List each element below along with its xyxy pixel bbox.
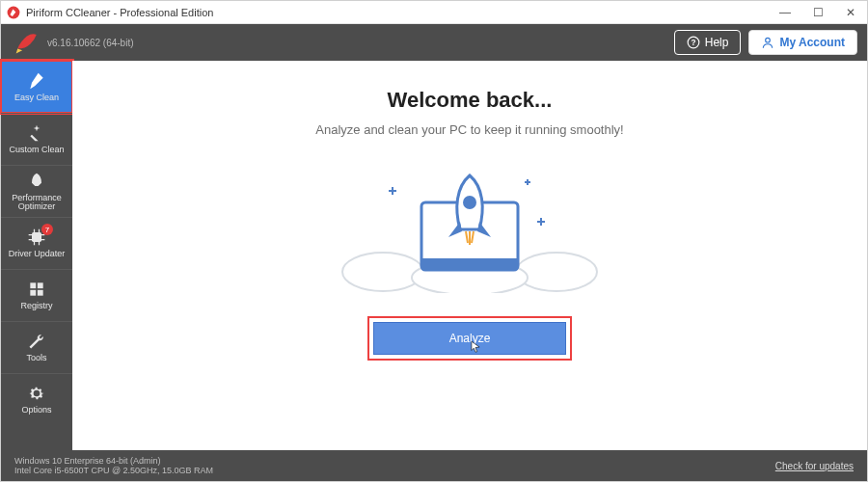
svg-rect-8 (38, 290, 43, 296)
app-window: Piriform CCleaner - Professional Edition… (0, 0, 868, 482)
svg-text:?: ? (691, 39, 695, 47)
grid-icon (27, 280, 46, 299)
sidebar-item-label: Performance Optimizer (1, 194, 72, 212)
check-updates-link[interactable]: Check for updates (775, 461, 854, 471)
svg-point-14 (463, 196, 476, 209)
sidebar-item-label: Registry (20, 302, 52, 310)
svg-point-10 (516, 253, 597, 291)
update-count-badge: 7 (41, 224, 53, 235)
rocket-illustration (325, 158, 614, 293)
sidebar-item-registry[interactable]: Registry (1, 269, 72, 321)
header: v6.16.10662 (64-bit) ? Help My Account (1, 24, 867, 61)
sidebar-item-label: Custom Clean (9, 146, 64, 154)
svg-rect-7 (30, 290, 36, 296)
sparkle-brush-icon (27, 123, 46, 143)
sidebar-item-driver-updater[interactable]: 7 Driver Updater (1, 217, 72, 269)
account-button-label: My Account (779, 36, 845, 49)
account-button[interactable]: My Account (748, 30, 857, 55)
page-title: Welcome back... (388, 88, 553, 113)
main-pane: Welcome back... Analyze and clean your P… (72, 61, 867, 450)
sidebar-item-label: Easy Clean (14, 94, 59, 102)
sidebar-item-label: Options (21, 406, 51, 415)
help-button-label: Help (705, 36, 729, 49)
svg-rect-13 (421, 258, 518, 270)
wrench-icon (27, 332, 46, 351)
titlebar: Piriform CCleaner - Professional Edition… (1, 1, 867, 24)
sidebar-item-performance-optimizer[interactable]: Performance Optimizer (1, 165, 72, 217)
close-button[interactable]: ✕ (834, 2, 867, 23)
svg-rect-6 (38, 283, 43, 289)
cursor-icon (469, 340, 482, 354)
brand-logo (14, 30, 40, 55)
body: Easy Clean Custom Clean Performance Opti… (1, 61, 867, 450)
help-icon: ? (687, 36, 700, 49)
os-info: Windows 10 Enterprise 64-bit (Admin) (14, 456, 213, 466)
page-subtitle: Analyze and clean your PC to keep it run… (315, 122, 623, 137)
minimize-button[interactable]: — (769, 2, 801, 23)
version-label: v6.16.10662 (64-bit) (47, 38, 134, 48)
sidebar-item-tools[interactable]: Tools (1, 321, 72, 373)
rocket-icon (27, 172, 46, 191)
analyze-highlight: Analyze (367, 316, 572, 361)
svg-point-3 (766, 38, 771, 42)
help-button[interactable]: ? Help (674, 30, 742, 55)
sidebar-item-easy-clean[interactable]: Easy Clean (1, 61, 72, 113)
window-title: Piriform CCleaner - Professional Edition (26, 7, 213, 18)
account-icon (761, 36, 774, 49)
sidebar-item-custom-clean[interactable]: Custom Clean (1, 113, 72, 165)
sidebar-item-label: Tools (26, 354, 46, 362)
statusbar: Windows 10 Enterprise 64-bit (Admin) Int… (1, 450, 867, 481)
svg-rect-4 (32, 232, 41, 242)
system-info: Windows 10 Enterprise 64-bit (Admin) Int… (14, 456, 213, 476)
sidebar: Easy Clean Custom Clean Performance Opti… (1, 61, 72, 450)
brush-logo-icon (14, 30, 40, 55)
broom-icon (27, 71, 46, 91)
analyze-button[interactable]: Analyze (373, 322, 566, 355)
svg-rect-5 (30, 283, 36, 289)
gear-icon (27, 384, 46, 403)
hardware-info: Intel Core i5-6500T CPU @ 2.50GHz, 15.0G… (14, 466, 213, 475)
app-logo-icon (7, 6, 20, 19)
sidebar-item-options[interactable]: Options (1, 373, 72, 425)
sidebar-item-label: Driver Updater (9, 250, 66, 258)
maximize-button[interactable]: ☐ (801, 2, 834, 23)
svg-point-9 (342, 253, 423, 291)
